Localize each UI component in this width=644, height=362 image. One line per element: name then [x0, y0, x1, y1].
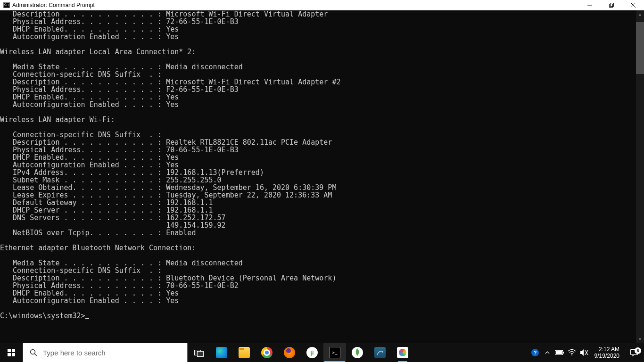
- cmd-icon: >_: [329, 347, 340, 358]
- console-line: 149.154.159.92: [0, 222, 636, 229]
- taskbar-app-mysql[interactable]: [369, 343, 391, 362]
- edge-icon: [216, 347, 227, 358]
- paint-icon: [397, 347, 408, 358]
- task-view-button[interactable]: [188, 343, 210, 362]
- mongodb-icon: [352, 347, 363, 358]
- console-line: Description . . . . . . . . . . . : Blue…: [0, 274, 636, 282]
- console-line: DNS Servers . . . . . . . . . . . : 162.…: [0, 214, 636, 222]
- svg-rect-11: [556, 351, 562, 354]
- console-prompt[interactable]: C:\windows\system32>: [0, 312, 636, 320]
- scrollbar-track[interactable]: [636, 18, 644, 335]
- cmd-window-icon: [3, 1, 10, 9]
- console-line: Description . . . . . . . . . . . : Real…: [0, 139, 636, 146]
- clock-date: 9/19/2020: [594, 353, 619, 359]
- tray-volume-icon[interactable]: [578, 343, 590, 362]
- taskbar-app-utorrent[interactable]: µ: [301, 343, 323, 362]
- taskbar-clock[interactable]: 2:12 AM 9/19/2020: [591, 346, 623, 359]
- taskbar-app-chrome[interactable]: [256, 343, 278, 362]
- console-area: Description . . . . . . . . . . . : Micr…: [0, 10, 644, 343]
- console-line: Default Gateway . . . . . . . . . : 192.…: [0, 199, 636, 206]
- svg-text:?: ?: [533, 350, 537, 355]
- windows-logo-icon: [8, 349, 15, 356]
- taskbar-app-paint[interactable]: [391, 343, 414, 362]
- console-line: Description . . . . . . . . . . . : Micr…: [0, 78, 636, 86]
- console-line: Autoconfiguration Enabled . . . . : Yes: [0, 101, 636, 108]
- console-line: Wireless LAN adapter Wi-Fi:: [0, 116, 636, 123]
- console-line: [0, 237, 636, 244]
- tray-wifi-icon[interactable]: [566, 343, 578, 362]
- taskbar-app-firefox[interactable]: [278, 343, 301, 362]
- console-line: [0, 41, 636, 48]
- console-line: Description . . . . . . . . . . . : Micr…: [0, 10, 636, 18]
- start-button[interactable]: [0, 343, 23, 362]
- scroll-up-button[interactable]: ▲: [636, 10, 644, 18]
- console-line: Lease Obtained. . . . . . . . . . : Wedn…: [0, 184, 636, 191]
- vertical-scrollbar[interactable]: ▲ ▼: [636, 10, 644, 343]
- console-line: Wireless LAN adapter Local Area Connecti…: [0, 48, 636, 56]
- notification-count-badge: 6: [635, 347, 641, 354]
- file-explorer-icon: [239, 347, 250, 358]
- system-tray: ? 2:12 AM 9/19/2020 6: [529, 343, 644, 362]
- search-icon: [30, 349, 37, 356]
- clock-time: 2:12 AM: [599, 346, 619, 353]
- console-line: Connection-specific DNS Suffix . :: [0, 71, 636, 78]
- console-line: Subnet Mask . . . . . . . . . . . : 255.…: [0, 176, 636, 184]
- taskbar-search[interactable]: Type here to search: [23, 343, 188, 362]
- tray-battery-icon[interactable]: [554, 343, 565, 362]
- taskbar-app-mongodb[interactable]: [346, 343, 369, 362]
- svg-rect-2: [611, 3, 614, 6]
- scrollbar-thumb[interactable]: [636, 22, 644, 74]
- console-line: Lease Expires . . . . . . . . . . : Tues…: [0, 191, 636, 199]
- console-line: [0, 123, 636, 131]
- svg-point-12: [571, 354, 572, 355]
- console-line: Physical Address. . . . . . . . . : 72-6…: [0, 18, 636, 25]
- mysql-icon: [374, 347, 386, 358]
- task-view-icon: [194, 349, 204, 356]
- console-line: Physical Address. . . . . . . . . : F2-6…: [0, 86, 636, 93]
- console-line: IPv4 Address. . . . . . . . . . . : 192.…: [0, 169, 636, 176]
- taskbar-app-command-prompt[interactable]: >_: [323, 343, 346, 362]
- maximize-button[interactable]: [601, 0, 622, 10]
- console-line: NetBIOS over Tcpip. . . . . . . . : Enab…: [0, 229, 636, 237]
- cursor: [85, 318, 89, 319]
- console-line: Autoconfiguration Enabled . . . . : Yes: [0, 161, 636, 169]
- svg-rect-1: [610, 4, 613, 7]
- console-line: DHCP Enabled. . . . . . . . . . . : Yes: [0, 93, 636, 101]
- taskbar-app-file-explorer[interactable]: [233, 343, 256, 362]
- minimize-button[interactable]: [579, 0, 601, 10]
- svg-point-5: [31, 350, 35, 354]
- scroll-down-button[interactable]: ▼: [636, 335, 644, 343]
- console-line: [0, 56, 636, 63]
- window-titlebar: Administrator: Command Prompt: [0, 0, 644, 10]
- svg-rect-10: [563, 352, 564, 354]
- console-line: DHCP Enabled. . . . . . . . . . . : Yes: [0, 154, 636, 161]
- firefox-icon: [284, 347, 295, 358]
- taskbar: Type here to search µ >_ ? 2:12 AM 9/19/…: [0, 343, 644, 362]
- console-line: Media State . . . . . . . . . . . : Medi…: [0, 259, 636, 267]
- utorrent-icon: µ: [306, 347, 318, 358]
- console-line: Autoconfiguration Enabled . . . . : Yes: [0, 33, 636, 41]
- console-line: [0, 108, 636, 116]
- console-line: Ethernet adapter Bluetooth Network Conne…: [0, 244, 636, 252]
- console-output[interactable]: Description . . . . . . . . . . . : Micr…: [0, 10, 636, 343]
- window-title: Administrator: Command Prompt: [12, 2, 95, 8]
- console-line: [0, 304, 636, 312]
- console-line: [0, 252, 636, 259]
- taskbar-app-edge[interactable]: [210, 343, 233, 362]
- svg-line-6: [35, 354, 37, 356]
- tray-help-icon[interactable]: ?: [529, 343, 541, 362]
- action-center-button[interactable]: 6: [624, 348, 644, 357]
- console-line: Connection-specific DNS Suffix . :: [0, 267, 636, 274]
- console-line: DHCP Enabled. . . . . . . . . . . : Yes: [0, 289, 636, 297]
- chrome-icon: [261, 347, 272, 358]
- console-line: Physical Address. . . . . . . . . : 70-6…: [0, 146, 636, 154]
- console-line: Physical Address. . . . . . . . . : 70-6…: [0, 282, 636, 289]
- close-button[interactable]: [622, 0, 644, 10]
- console-line: Connection-specific DNS Suffix . :: [0, 131, 636, 139]
- console-line: Autoconfiguration Enabled . . . . : Yes: [0, 297, 636, 304]
- console-line: DHCP Server . . . . . . . . . . . : 192.…: [0, 206, 636, 214]
- tray-overflow-button[interactable]: [542, 343, 553, 362]
- console-line: DHCP Enabled. . . . . . . . . . . : Yes: [0, 25, 636, 33]
- console-line: Media State . . . . . . . . . . . : Medi…: [0, 63, 636, 71]
- search-placeholder: Type here to search: [43, 349, 106, 357]
